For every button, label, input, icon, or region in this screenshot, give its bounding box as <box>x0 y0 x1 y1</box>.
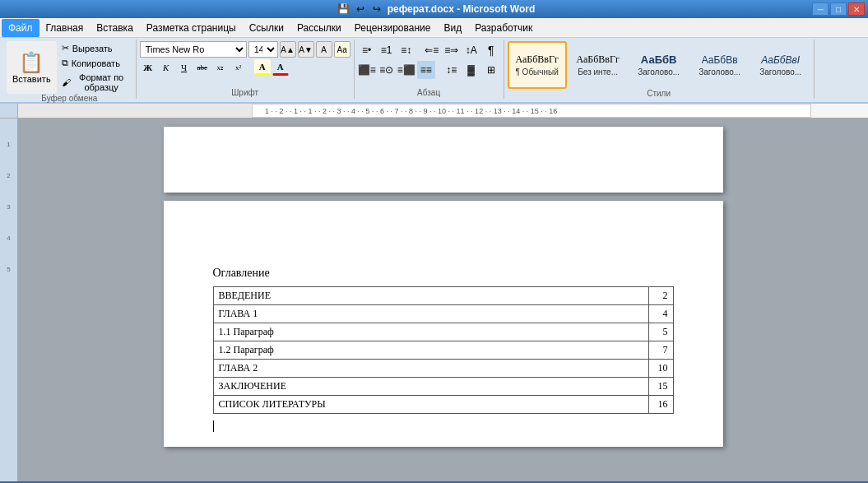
toc-entry-title: ГЛАВА 1 <box>213 305 648 323</box>
strikethrough-button[interactable]: abc <box>194 59 211 76</box>
copy-button[interactable]: ⧉ Копировать <box>58 56 132 70</box>
paragraph-section: ≡• ≡1 ≡↕ ⇐≡ ≡⇒ ↕A ¶ ⬛≡ ≡⊙ ≡⬛ ≡≡ ↕≡ ▓ ⊞ А… <box>355 39 504 99</box>
font-size-select[interactable]: 14 <box>248 41 278 58</box>
toc-entry-title: ГЛАВА 2 <box>213 360 648 378</box>
align-right-button[interactable]: ≡⬛ <box>397 61 415 79</box>
clear-format-button[interactable]: A <box>316 41 332 58</box>
bold-button[interactable]: Ж <box>140 59 156 76</box>
toc-row: 1.2 Параграф7 <box>213 341 673 360</box>
menu-file[interactable]: Файл <box>2 19 39 37</box>
menu-review[interactable]: Рецензирование <box>348 19 438 37</box>
toc-entry-title: ЗАКЛЮЧЕНИЕ <box>213 378 648 396</box>
ruler: 1 · · 2 · · 1 · · 1 · · 2 · · 3 · · 4 · … <box>0 104 868 118</box>
pilcrow-button[interactable]: ¶ <box>482 41 500 59</box>
style-heading3[interactable]: АаБбВвI Заголово... <box>751 41 810 89</box>
maximize-button[interactable]: □ <box>830 2 847 16</box>
toc-row: ГЛАВА 210 <box>213 360 673 378</box>
justify-button[interactable]: ≡≡ <box>417 61 435 79</box>
styles-section: АаБбВвГг ¶ Обычный АаБбВвГг Без инте... … <box>504 39 815 99</box>
superscript-button[interactable]: x² <box>230 59 247 76</box>
toc-row: ЗАКЛЮЧЕНИЕ15 <box>213 378 673 396</box>
shading-button[interactable]: ▓ <box>462 61 480 79</box>
menu-bar: Файл Главная Вставка Разметка страницы С… <box>0 18 868 38</box>
paste-label: Вставить <box>12 74 51 84</box>
toc-row: ВВЕДЕНИЕ2 <box>213 287 673 305</box>
sort-button[interactable]: ↕A <box>462 41 480 59</box>
title-bar: 💾 ↩ ↪ реферат.docx - Microsoft Word ─ □ … <box>0 0 868 18</box>
subscript-button[interactable]: x₂ <box>212 59 229 76</box>
page-2[interactable]: Оглавление ВВЕДЕНИЕ2ГЛАВА 141.1 Параграф… <box>164 201 723 447</box>
toc-row: 1.1 Параграф5 <box>213 323 673 341</box>
line-spacing-button[interactable]: ↕≡ <box>443 61 461 79</box>
align-left-button[interactable]: ⬛≡ <box>358 61 376 79</box>
multilevel-button[interactable]: ≡↕ <box>397 41 415 59</box>
undo-button[interactable]: ↩ <box>353 2 368 16</box>
font-section-label: Шрифт <box>140 88 350 97</box>
bullets-button[interactable]: ≡• <box>358 41 376 59</box>
format-paint-button[interactable]: 🖌 Формат по образцу <box>58 71 132 94</box>
align-center-button[interactable]: ≡⊙ <box>378 61 396 79</box>
toc-entry-title: 1.2 Параграф <box>213 341 648 360</box>
font-shrink-button[interactable]: A▼ <box>298 41 314 58</box>
clipboard-section: 📋 Вставить ✂ Вырезать ⧉ Копировать 🖌 Фор… <box>3 39 137 99</box>
toc-entry-title: ВВЕДЕНИЕ <box>213 287 648 305</box>
toc-entry-page: 7 <box>648 341 673 360</box>
style-heading2[interactable]: АаБбВв Заголово... <box>690 41 750 89</box>
toc-title: Оглавление <box>213 267 674 280</box>
ribbon: 📋 Вставить ✂ Вырезать ⧉ Копировать 🖌 Фор… <box>0 38 868 104</box>
toc-entry-page: 16 <box>648 396 673 414</box>
toc-entry-page: 2 <box>648 287 673 305</box>
font-section: Times New Ro 14 A▲ A▼ A Aa Ж К Ч abc x₂ … <box>137 39 355 99</box>
page-1 <box>164 127 723 193</box>
menu-developer[interactable]: Разработчик <box>468 19 539 37</box>
toc-entry-page: 4 <box>648 305 673 323</box>
toc-row: СПИСОК ЛИТЕРАТУРЫ16 <box>213 396 673 414</box>
toc-entry-page: 10 <box>648 360 673 378</box>
cut-label: Вырезать <box>72 44 113 53</box>
window-title: реферат.docx - Microsoft Word <box>388 3 536 15</box>
toc-entry-title: 1.1 Параграф <box>213 323 648 341</box>
italic-button[interactable]: К <box>158 59 174 76</box>
font-grow-button[interactable]: A▲ <box>280 41 296 58</box>
style-normal[interactable]: АаБбВвГг ¶ Обычный <box>508 41 567 89</box>
text-effects-button[interactable]: Aa <box>334 41 350 58</box>
toc-row: ГЛАВА 14 <box>213 305 673 323</box>
toc-entry-title: СПИСОК ЛИТЕРАТУРЫ <box>213 396 648 414</box>
pages-container: Оглавление ВВЕДЕНИЕ2ГЛАВА 141.1 Параграф… <box>18 118 868 481</box>
styles-section-label: Стили <box>508 89 810 98</box>
quick-access-toolbar[interactable]: 💾 ↩ ↪ <box>333 2 388 16</box>
toc-entry-page: 5 <box>648 323 673 341</box>
save-button[interactable]: 💾 <box>337 2 351 16</box>
menu-insert[interactable]: Вставка <box>90 19 140 37</box>
font-name-select[interactable]: Times New Ro <box>140 41 247 58</box>
clipboard-section-label: Буфер обмена <box>41 94 97 103</box>
paste-button[interactable]: 📋 Вставить <box>7 41 57 94</box>
indent-button[interactable]: ≡⇒ <box>443 41 461 59</box>
font-color-button[interactable]: A <box>272 59 289 76</box>
copy-label: Копировать <box>72 58 120 68</box>
numbered-button[interactable]: ≡1 <box>378 41 396 59</box>
toc-table: ВВЕДЕНИЕ2ГЛАВА 141.1 Параграф51.2 Парагр… <box>213 286 674 414</box>
redo-button[interactable]: ↪ <box>369 2 384 16</box>
main-layout: 1 2 3 4 5 Оглавление ВВЕДЕНИЕ2ГЛАВА 141.… <box>0 118 868 481</box>
cut-button[interactable]: ✂ Вырезать <box>58 41 132 55</box>
menu-home[interactable]: Главная <box>39 19 91 37</box>
style-no-spacing[interactable]: АаБбВвГг Без инте... <box>569 41 628 89</box>
menu-references[interactable]: Ссылки <box>243 19 290 37</box>
minimize-button[interactable]: ─ <box>812 2 829 16</box>
underline-button[interactable]: Ч <box>176 59 193 76</box>
menu-view[interactable]: Вид <box>437 19 468 37</box>
text-cursor <box>213 420 214 432</box>
outdent-button[interactable]: ⇐≡ <box>423 41 441 59</box>
toc-entry-page: 15 <box>648 378 673 396</box>
menu-page-layout[interactable]: Разметка страницы <box>140 19 243 37</box>
close-button[interactable]: ✕ <box>848 2 865 16</box>
style-heading1[interactable]: АаБбВ Заголово... <box>629 41 689 89</box>
left-ruler: 1 2 3 4 5 <box>0 118 18 481</box>
highlight-button[interactable]: A <box>254 59 271 76</box>
borders-button[interactable]: ⊞ <box>482 61 500 79</box>
format-paint-label: Формат по образцу <box>74 72 129 92</box>
menu-mailings[interactable]: Рассылки <box>290 19 348 37</box>
paragraph-section-label: Абзац <box>358 88 500 97</box>
